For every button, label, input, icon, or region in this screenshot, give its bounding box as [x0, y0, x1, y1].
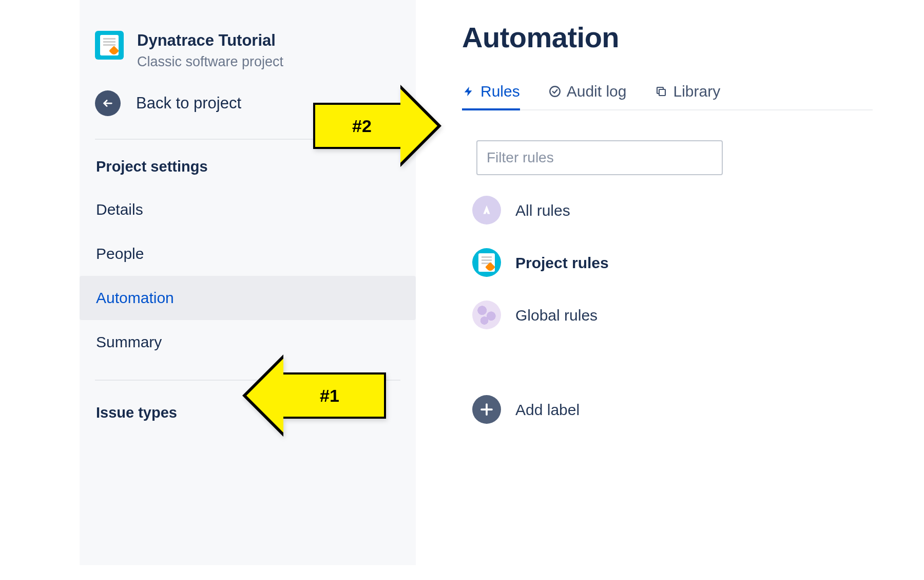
- tab-label: Rules: [480, 83, 520, 100]
- tab-rules[interactable]: Rules: [462, 80, 520, 110]
- check-circle-icon: [548, 85, 562, 98]
- project-header: Dynatrace Tutorial Classic software proj…: [80, 0, 416, 90]
- arrow-head-left-icon: [242, 354, 283, 437]
- svg-rect-2: [659, 89, 665, 96]
- rule-group-all-rules[interactable]: All rules: [472, 196, 873, 224]
- bolt-icon: [462, 85, 475, 98]
- annotation-label: #2: [313, 103, 400, 149]
- annotation-arrow-1: #1: [242, 354, 386, 437]
- add-label-button[interactable]: Add label: [472, 395, 873, 424]
- annotation-arrow-2: #2: [313, 85, 441, 167]
- project-avatar-icon: [95, 31, 124, 60]
- tab-library[interactable]: Library: [654, 80, 720, 110]
- globe-icon: [472, 301, 501, 329]
- rule-group-project-rules[interactable]: Project rules: [472, 248, 873, 277]
- arrow-head-right-icon: [400, 85, 441, 167]
- add-label-text: Add label: [515, 400, 580, 419]
- rule-group-label: Global rules: [515, 306, 598, 324]
- sidebar-item-automation[interactable]: Automation: [80, 276, 416, 320]
- plus-icon: [472, 395, 501, 424]
- back-label: Back to project: [136, 94, 241, 113]
- arrow-left-icon: [95, 90, 121, 116]
- sidebar-item-people[interactable]: People: [80, 232, 416, 276]
- filter-rules-input[interactable]: [476, 140, 723, 175]
- project-subtitle: Classic software project: [137, 54, 283, 70]
- rule-group-list: All rules Project rules Global rules Add…: [462, 196, 873, 424]
- atlassian-icon: [472, 196, 501, 224]
- copy-icon: [654, 85, 668, 98]
- annotation-label: #1: [283, 372, 386, 419]
- rule-group-label: Project rules: [515, 253, 609, 272]
- main-content: Automation Rules Audit log Library: [462, 0, 873, 424]
- tab-label: Library: [673, 83, 720, 100]
- rule-group-label: All rules: [515, 201, 570, 219]
- project-title: Dynatrace Tutorial: [137, 31, 283, 51]
- svg-point-1: [550, 86, 560, 97]
- tabs: Rules Audit log Library: [462, 80, 873, 110]
- tab-audit-log[interactable]: Audit log: [548, 80, 627, 110]
- project-icon: [472, 248, 501, 277]
- rule-group-global-rules[interactable]: Global rules: [472, 301, 873, 329]
- sidebar-item-details[interactable]: Details: [80, 188, 416, 232]
- tab-label: Audit log: [567, 83, 627, 100]
- page-title: Automation: [462, 21, 873, 54]
